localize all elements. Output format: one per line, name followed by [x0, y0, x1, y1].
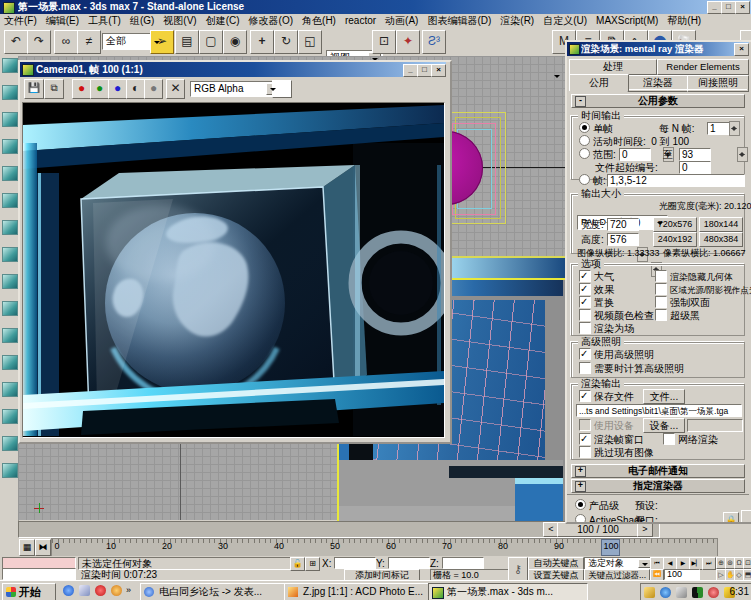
reactor-cloth-icon[interactable]: [2, 85, 18, 100]
compute-advanced-lighting-checkbox[interactable]: [579, 362, 591, 374]
clear-icon[interactable]: ✕: [166, 79, 185, 99]
frames-radio[interactable]: [579, 174, 590, 185]
x-coord-input[interactable]: [334, 557, 376, 569]
every-n-spinner[interactable]: [729, 121, 740, 136]
frames-input[interactable]: 1,3,5-12: [607, 174, 745, 187]
maxscript-mini-listener-white[interactable]: [2, 568, 76, 580]
skip-existing-checkbox[interactable]: [579, 446, 591, 458]
menu-group[interactable]: 组(G): [130, 15, 154, 26]
select-and-scale-icon[interactable]: ◱: [298, 30, 322, 54]
menu-animation[interactable]: 动画(A): [385, 15, 418, 26]
render-to-fields-checkbox[interactable]: [579, 322, 591, 334]
range-to-input[interactable]: 93: [679, 148, 711, 161]
tray-input-icon[interactable]: [644, 587, 655, 598]
menu-rendering[interactable]: 渲染(R): [500, 15, 534, 26]
render-close-button[interactable]: ×: [431, 64, 446, 77]
region-zoom-icon[interactable]: ⊡: [743, 557, 751, 569]
reactor-preview-icon[interactable]: [2, 409, 18, 424]
single-frame-radio[interactable]: [579, 122, 590, 133]
effects-checkbox[interactable]: [579, 283, 591, 295]
select-by-name-icon[interactable]: ▤: [175, 30, 199, 54]
reactor-motor-icon[interactable]: [2, 274, 18, 289]
clone-window-icon[interactable]: ⧉: [44, 79, 64, 99]
devices-button[interactable]: 设备...: [643, 418, 685, 433]
resolution-240x192-button[interactable]: 240x192: [653, 232, 697, 247]
use-pivot-center-icon[interactable]: ⊡: [372, 30, 396, 54]
taskbar-task-acdsee[interactable]: Z.jpg [1:1] : ACD Photo E...: [284, 583, 444, 600]
atmospherics-checkbox[interactable]: [579, 270, 591, 282]
crossing-selection-icon[interactable]: ◉: [223, 30, 247, 54]
reactor-spring-icon[interactable]: [2, 220, 18, 235]
blue-channel-icon[interactable]: ●: [108, 79, 127, 99]
quicklaunch-more-icon[interactable]: »: [126, 585, 131, 595]
app-titlebar[interactable]: 第一场景.max - 3ds max 7 - Stand-alone Licen…: [0, 0, 751, 14]
maximize-button[interactable]: □: [721, 1, 736, 14]
quicklaunch-qq-icon[interactable]: [95, 585, 106, 596]
quicklaunch-ie-icon[interactable]: [63, 585, 74, 596]
menu-file[interactable]: 文件(F): [4, 15, 37, 26]
force-2sided-checkbox[interactable]: [655, 296, 667, 308]
menu-modifiers[interactable]: 修改器(O): [249, 15, 293, 26]
red-channel-icon[interactable]: ●: [72, 79, 91, 99]
video-color-check-checkbox[interactable]: [579, 309, 591, 321]
range-to-spinner[interactable]: [737, 147, 748, 162]
green-channel-icon[interactable]: ●: [90, 79, 109, 99]
production-radio[interactable]: [575, 499, 586, 510]
menu-create[interactable]: 创建(C): [206, 15, 240, 26]
render-scene-dialog[interactable]: 渲染场景: mental ray 渲染器 × 处理 Render Element…: [565, 40, 751, 524]
height-input[interactable]: 576: [607, 233, 639, 246]
menu-help[interactable]: 帮助(H): [667, 15, 701, 26]
z-coord-input[interactable]: [442, 557, 484, 569]
range-radio[interactable]: [579, 148, 590, 159]
reactor-toy-car-icon[interactable]: [2, 328, 18, 343]
reactor-analyze-icon[interactable]: [2, 463, 18, 478]
menu-views[interactable]: 视图(V): [163, 15, 196, 26]
reactor-dashpot-icon[interactable]: [2, 247, 18, 262]
close-button[interactable]: ×: [735, 1, 750, 14]
render-button[interactable]: 渲染: [741, 510, 751, 524]
rollout-email-notifications[interactable]: + 电子邮件通知: [571, 464, 745, 478]
channel-display-dropdown[interactable]: RGB Alpha: [190, 81, 281, 97]
use-device-checkbox[interactable]: [579, 419, 591, 431]
go-to-end-icon[interactable]: ⏭: [702, 557, 716, 570]
alpha-channel-icon[interactable]: ◐: [126, 79, 145, 99]
save-file-checkbox[interactable]: [579, 390, 591, 402]
select-and-rotate-icon[interactable]: ↻: [274, 30, 298, 54]
reactor-wind-icon[interactable]: [2, 301, 18, 316]
menu-reactor[interactable]: reactor: [345, 15, 376, 26]
tab-render-elements[interactable]: Render Elements: [657, 59, 749, 75]
menu-graph-editors[interactable]: 图表编辑器(D): [427, 15, 491, 26]
hidden-geometry-checkbox[interactable]: [655, 270, 667, 282]
tray-network-icon[interactable]: [660, 587, 671, 598]
menu-character[interactable]: 角色(H): [302, 15, 336, 26]
menu-customize[interactable]: 自定义(U): [543, 15, 587, 26]
time-slider-next-button[interactable]: >: [637, 522, 653, 537]
area-lights-checkbox[interactable]: [655, 283, 667, 295]
active-time-radio[interactable]: [579, 135, 590, 146]
width-input[interactable]: 720: [607, 218, 639, 231]
track-bar[interactable]: 0 10 20 30 40 50 60 70 80 90 100: [51, 538, 718, 557]
resolution-180x144-button[interactable]: 180x144: [699, 217, 743, 232]
start-button[interactable]: 开始: [2, 583, 56, 600]
rect-selection-region-icon[interactable]: ▢: [199, 30, 223, 54]
reactor-plane-icon[interactable]: [2, 193, 18, 208]
rendered-frame-window-checkbox[interactable]: [579, 433, 591, 445]
select-and-move-icon[interactable]: +: [250, 30, 274, 54]
redo-icon[interactable]: ↷: [27, 30, 51, 54]
menu-tools[interactable]: 工具(T): [88, 15, 121, 26]
every-n-input[interactable]: 1: [707, 122, 731, 135]
reactor-water-icon[interactable]: [2, 382, 18, 397]
menu-edit[interactable]: 编辑(E): [46, 15, 79, 26]
taskbar-task-3dsmax[interactable]: 第一场景.max - 3ds m...: [428, 583, 588, 600]
undo-icon[interactable]: ↶: [4, 30, 28, 54]
time-slider-track[interactable]: < 100 / 100 >: [18, 521, 660, 538]
taskbar-task-forum[interactable]: 电白同乡论坛 -> 发表...: [140, 583, 300, 600]
dialog-titlebar[interactable]: 渲染场景: mental ray 渲染器 ×: [567, 42, 749, 56]
tray-messenger-icon[interactable]: [708, 587, 719, 598]
unlink-icon[interactable]: ≠: [77, 30, 101, 54]
reactor-rigidbody-icon[interactable]: [2, 58, 18, 73]
quicklaunch-media-icon[interactable]: [111, 585, 122, 596]
reactor-fracture-icon[interactable]: [2, 355, 18, 370]
range-from-input[interactable]: 0: [619, 148, 651, 161]
set-keys-button[interactable]: ⚷: [508, 557, 528, 581]
